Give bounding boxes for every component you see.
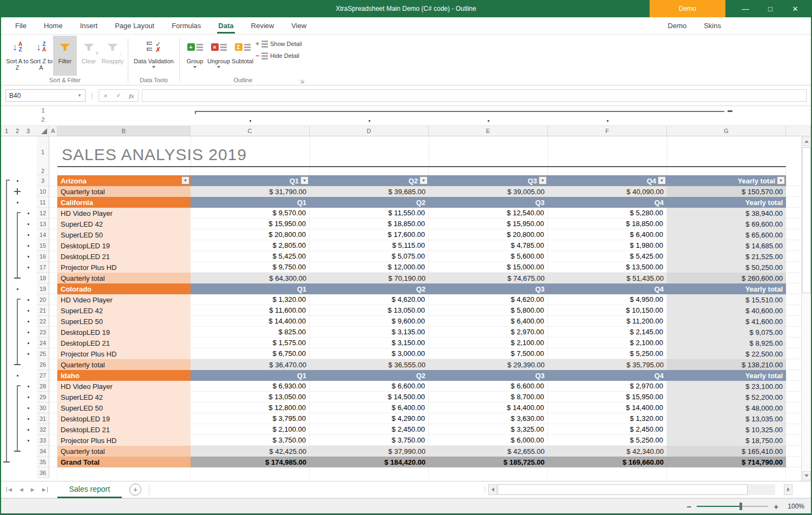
cell-value[interactable]: $ 714,790.00	[667, 457, 786, 467]
cell-label[interactable]: HD Video Player	[57, 208, 191, 219]
cell-value[interactable]: Q2	[310, 197, 429, 208]
cell-value[interactable]: $ 39,005.00	[429, 186, 548, 197]
row-header[interactable]: 35	[37, 457, 49, 467]
cell-value[interactable]: $ 4,620.00	[310, 294, 429, 305]
cell-label[interactable]: Projector Plus HD	[57, 435, 191, 446]
column-header-a[interactable]: A	[49, 126, 57, 136]
cell-value[interactable]: $ 10,150.00	[548, 305, 667, 316]
cell-value[interactable]: $ 69,600.00	[667, 219, 786, 229]
tab-skins[interactable]: Skins	[695, 18, 730, 34]
cell[interactable]	[49, 457, 57, 467]
cell-value[interactable]: $ 18,750.00	[667, 435, 786, 446]
cell-value[interactable]: Q3	[429, 283, 548, 294]
scrollbar-resize-handle[interactable]: ⋮	[482, 486, 488, 493]
dialog-launcher-icon[interactable]: ⇲	[299, 78, 304, 84]
column-header-f[interactable]: F	[548, 126, 667, 136]
row-header[interactable]: 34	[37, 446, 49, 457]
cell-label[interactable]: SuperLED 50	[57, 316, 191, 327]
cell-value[interactable]: $ 13,035.00	[667, 413, 786, 424]
cell-value[interactable]: $ 1,320.00	[548, 413, 667, 424]
filter-dropdown-button[interactable]: ▼	[777, 176, 785, 184]
select-all-corner[interactable]	[37, 126, 49, 136]
maximize-button[interactable]: □	[758, 0, 783, 17]
cell[interactable]	[667, 167, 786, 175]
cell[interactable]	[57, 167, 191, 175]
formula-bar-handle[interactable]: ⋮	[89, 92, 95, 100]
cell-value[interactable]: Yearly total	[667, 283, 786, 294]
cell[interactable]	[49, 424, 57, 435]
cell[interactable]	[49, 338, 57, 348]
tab-view[interactable]: View	[283, 18, 315, 34]
cell-value[interactable]: $ 1,575.00	[191, 338, 310, 348]
cell-value[interactable]: $ 20,800.00	[191, 229, 310, 240]
column-header-e[interactable]: E	[429, 126, 548, 136]
row-outline-level-2-button[interactable]: 2	[12, 126, 23, 136]
cell-value[interactable]: $ 3,795.00	[191, 413, 310, 424]
cell-value[interactable]: $ 9,075.00	[667, 327, 786, 338]
cell[interactable]	[49, 136, 57, 167]
cell-value[interactable]: $ 2,145.00	[548, 327, 667, 338]
demo-titlebar-button[interactable]: Demo	[650, 0, 725, 17]
cell[interactable]	[49, 208, 57, 219]
cell[interactable]	[49, 305, 57, 316]
column-header-g[interactable]: G	[667, 126, 786, 136]
collapse-group-button[interactable]	[12, 273, 23, 283]
cell-label[interactable]: HD Video Player	[57, 294, 191, 305]
column-header-d[interactable]: D	[310, 126, 429, 136]
cell[interactable]	[548, 467, 667, 478]
cell-label[interactable]: DesktopLED 21	[57, 424, 191, 435]
cell-value[interactable]: $ 12,800.00	[191, 402, 310, 413]
cell-label[interactable]: DesktopLED 21	[57, 251, 191, 262]
cell-value[interactable]: $ 6,750.00	[191, 348, 310, 359]
collapse-group-button[interactable]	[12, 359, 23, 370]
cell[interactable]	[191, 467, 310, 478]
zoom-slider[interactable]	[697, 506, 768, 507]
cell-value[interactable]: $ 14,400.00	[191, 316, 310, 327]
ungroup-button[interactable]: × Ungroup	[207, 36, 231, 76]
cell-label[interactable]: Colorado	[57, 283, 191, 294]
reapply-filter-button[interactable]: ↓ Reapply	[101, 36, 125, 76]
cell[interactable]	[49, 381, 57, 392]
cell-label[interactable]: Idaho	[57, 370, 191, 381]
tab-data[interactable]: Data	[209, 18, 242, 34]
cell-value[interactable]: $ 3,000.00	[310, 348, 429, 359]
cell-value[interactable]: $ 4,950.00	[548, 294, 667, 305]
filter-dropdown-button[interactable]: ▼	[181, 176, 189, 184]
cell-value[interactable]: $ 150,570.00	[667, 186, 786, 197]
col-outline-level-1[interactable]: 1	[37, 107, 49, 114]
cell-label[interactable]: Quarterly total	[57, 359, 191, 370]
row-header[interactable]: 23	[37, 327, 49, 338]
cell-value[interactable]: $ 29,390.00	[429, 359, 548, 370]
title-cell[interactable]: SALES ANALYSIS 2019	[57, 136, 786, 167]
enter-formula-button[interactable]: ✓	[112, 90, 125, 101]
cell-value[interactable]: $ 18,850.00	[548, 219, 667, 229]
cell-value[interactable]: $ 8,925.00	[667, 338, 786, 348]
cell-value[interactable]: $ 5,600.00	[429, 251, 548, 262]
cell-value[interactable]: $ 5,425.00	[548, 251, 667, 262]
next-sheet-button[interactable]: ▶	[31, 487, 35, 492]
cell-value[interactable]: $ 5,425.00	[191, 251, 310, 262]
cell-value[interactable]: $ 2,970.00	[429, 327, 548, 338]
cell-value[interactable]: $ 2,100.00	[429, 338, 548, 348]
cell-label[interactable]: Projector Plus HD	[57, 262, 191, 273]
group-button[interactable]: + Group	[183, 36, 207, 76]
scroll-up-button[interactable]	[802, 137, 811, 146]
row-header[interactable]: 20	[37, 294, 49, 305]
cell[interactable]	[49, 467, 57, 478]
cell-value[interactable]: $ 3,150.00	[310, 338, 429, 348]
cell-value[interactable]: $ 185,725.00	[429, 457, 548, 467]
row-header[interactable]: 11	[37, 197, 49, 208]
cell-value[interactable]: $ 6,600.00	[429, 381, 548, 392]
cell-value[interactable]: $ 65,600.00	[667, 229, 786, 240]
row-header[interactable]: 21	[37, 305, 49, 316]
cell-value[interactable]: Yearly total	[667, 370, 786, 381]
cell[interactable]	[49, 392, 57, 402]
cell-value[interactable]: $ 10,325.00	[667, 424, 786, 435]
subtotal-button[interactable]: Σ Subtotal	[231, 36, 254, 76]
cell[interactable]	[49, 327, 57, 338]
cell[interactable]	[49, 435, 57, 446]
row-header[interactable]: 19	[37, 283, 49, 294]
cell-label[interactable]: DesktopLED 19	[57, 240, 191, 251]
cell-value[interactable]: Q1▼	[191, 175, 310, 186]
cell-value[interactable]: Yearly total▼	[667, 175, 786, 186]
